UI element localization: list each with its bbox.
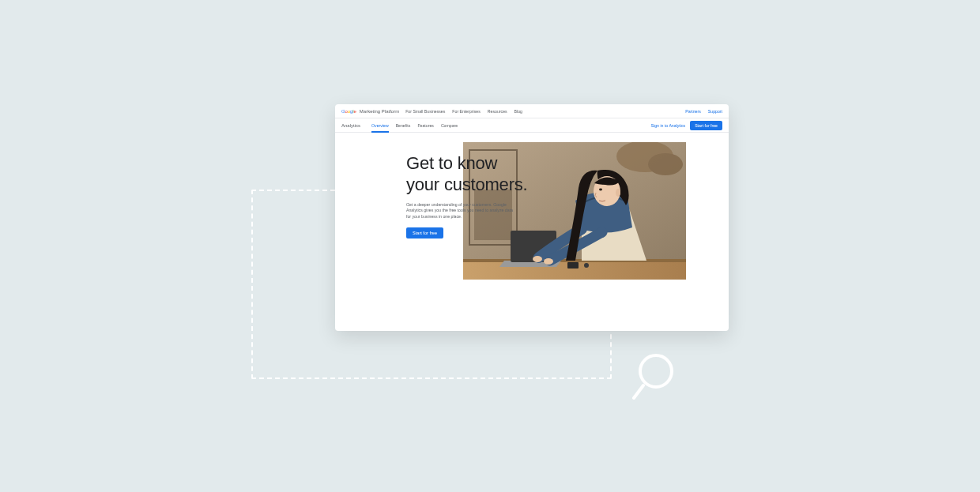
nav-link-partners[interactable]: Partners xyxy=(685,109,701,114)
top-nav-links: For Small Businesses For Enterprises Res… xyxy=(405,109,522,114)
nav-link-small-businesses[interactable]: For Small Businesses xyxy=(405,109,445,114)
svg-point-16 xyxy=(616,189,620,197)
platform-name: Marketing Platform xyxy=(360,109,399,114)
svg-point-14 xyxy=(544,258,553,265)
tab-benefits[interactable]: Benefits xyxy=(396,118,411,132)
top-nav-right: Partners Support xyxy=(685,109,722,114)
tab-overview[interactable]: Overview xyxy=(371,118,389,132)
google-logo: Google xyxy=(341,109,356,114)
top-utility-nav: Google Marketing Platform For Small Busi… xyxy=(335,104,729,118)
hero-subtitle: Get a deeper understanding of your custo… xyxy=(406,202,517,220)
product-name: Analytics xyxy=(341,123,360,128)
hero-section: Get to know your customers. Get a deeper… xyxy=(335,133,729,331)
subnav-tabs: Overview Benefits Features Compare xyxy=(371,118,458,132)
tab-compare[interactable]: Compare xyxy=(441,118,458,132)
browser-window: Google Marketing Platform For Small Busi… xyxy=(335,104,729,331)
hero-title: Get to know your customers. xyxy=(406,153,533,196)
svg-rect-11 xyxy=(567,262,579,269)
hero-text: Get to know your customers. Get a deeper… xyxy=(406,142,533,331)
nav-link-support[interactable]: Support xyxy=(708,109,722,114)
start-free-button-nav[interactable]: Start for free xyxy=(690,121,722,130)
svg-point-13 xyxy=(533,256,542,262)
svg-point-0 xyxy=(640,355,672,387)
svg-line-1 xyxy=(634,385,643,398)
tab-features[interactable]: Features xyxy=(417,118,433,132)
svg-point-12 xyxy=(584,263,589,268)
nav-link-blog[interactable]: Blog xyxy=(514,109,522,114)
svg-point-6 xyxy=(648,153,683,175)
brand-logo[interactable]: Google Marketing Platform xyxy=(341,109,399,114)
start-free-button-hero[interactable]: Start for free xyxy=(406,227,443,238)
search-icon xyxy=(632,351,683,401)
product-subnav: Analytics Overview Benefits Features Com… xyxy=(335,118,729,133)
nav-link-enterprises[interactable]: For Enterprises xyxy=(452,109,480,114)
nav-link-resources[interactable]: Resources xyxy=(488,109,507,114)
svg-point-17 xyxy=(599,189,602,191)
sign-in-link[interactable]: Sign in to Analytics xyxy=(651,123,686,128)
